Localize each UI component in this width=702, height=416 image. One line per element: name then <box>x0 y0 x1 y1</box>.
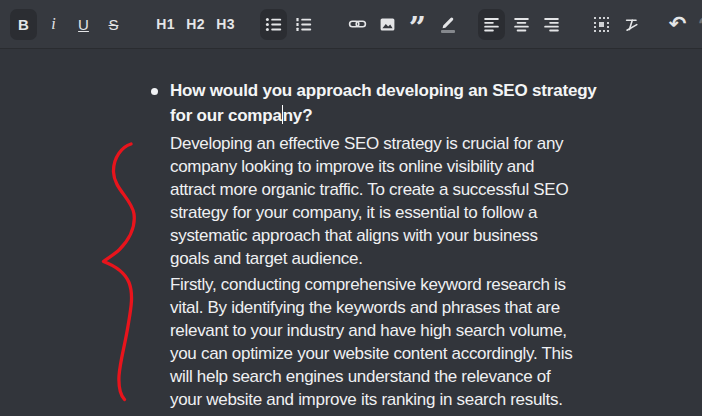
question-line-2-after-caret: ny? <box>283 106 313 125</box>
question-heading[interactable]: How would you approach developing an SEO… <box>170 78 597 128</box>
blockquote-button[interactable]: ” <box>404 9 431 40</box>
image-icon <box>379 16 396 33</box>
pen-color-bar <box>441 30 455 33</box>
clear-format-button[interactable] <box>618 9 645 40</box>
insert-group: ” <box>344 9 464 40</box>
quote-icon: ” <box>409 23 426 37</box>
select-all-button[interactable] <box>588 9 615 40</box>
underline-button[interactable]: U <box>70 9 97 40</box>
question-line-1: How would you approach developing an SEO… <box>170 81 597 100</box>
align-left-button[interactable] <box>478 9 505 40</box>
ordered-list-icon <box>295 16 312 33</box>
italic-button[interactable]: i <box>40 9 67 40</box>
list-group <box>260 9 320 40</box>
select-all-icon <box>594 17 609 32</box>
ordered-list-button[interactable] <box>290 9 317 40</box>
undo-button[interactable]: ↶ <box>664 9 691 40</box>
answer-paragraph-1[interactable]: Developing an effective SEO strategy is … <box>170 132 568 270</box>
bold-button[interactable]: B <box>10 9 37 40</box>
misc-group <box>588 9 648 40</box>
h1-button[interactable]: H1 <box>152 9 179 40</box>
editor-toolbar: B i U S H1 H2 H3 <box>0 0 702 49</box>
undo-icon: ↶ <box>669 14 687 35</box>
align-group <box>478 9 568 40</box>
list-bullet <box>151 88 158 95</box>
question-line-2-before-caret: for our compa <box>170 106 282 125</box>
history-group: ↶ ↷ <box>664 9 702 40</box>
bullet-list-button[interactable] <box>260 9 287 40</box>
heading-group: H1 H2 H3 <box>152 9 242 40</box>
strikethrough-button[interactable]: S <box>100 9 127 40</box>
link-icon <box>348 16 367 32</box>
editor-content-area[interactable]: How would you approach developing an SEO… <box>0 50 702 416</box>
link-button[interactable] <box>344 9 371 40</box>
pen-icon <box>440 16 456 33</box>
align-center-icon <box>513 16 530 33</box>
align-right-icon <box>543 16 560 33</box>
redo-button[interactable]: ↷ <box>694 9 702 40</box>
align-left-icon <box>483 16 500 33</box>
bullet-list-icon <box>265 16 282 33</box>
image-button[interactable] <box>374 9 401 40</box>
h2-button[interactable]: H2 <box>182 9 209 40</box>
text-format-group: B i U S <box>10 9 130 40</box>
align-center-button[interactable] <box>508 9 535 40</box>
align-right-button[interactable] <box>538 9 565 40</box>
brush-button[interactable] <box>434 9 461 40</box>
h3-button[interactable]: H3 <box>212 9 239 40</box>
answer-paragraph-2[interactable]: Firstly, conducting comprehensive keywor… <box>170 273 572 411</box>
eraser-icon <box>623 16 640 33</box>
